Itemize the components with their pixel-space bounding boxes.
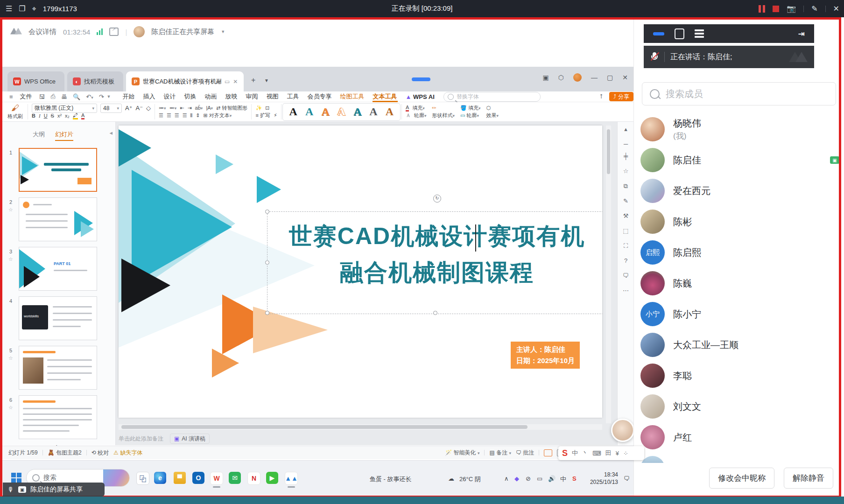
notification-icon[interactable]: 🗨	[624, 475, 630, 482]
menu-transition[interactable]: 切换	[180, 92, 201, 101]
mail-icon[interactable]: ✉	[229, 472, 241, 484]
text-fill-button[interactable]: 填充▾	[412, 105, 425, 112]
shape-outline-button[interactable]: ▭ 轮廓▾	[460, 112, 479, 119]
camera-icon[interactable]: 📷	[787, 4, 796, 13]
font-color-button[interactable]: A	[81, 112, 84, 119]
new-tab-button[interactable]: +	[251, 76, 255, 84]
n-app-icon[interactable]: N	[247, 472, 260, 485]
taskbar-clock[interactable]: 18:34 2025/10/13	[589, 471, 618, 486]
superscript-button[interactable]: x²	[57, 113, 62, 119]
sogou-input-bar[interactable]: S 中丶 ⌨田 ¥⁘	[558, 446, 644, 460]
tab-active-document[interactable]: P 世赛CAD机械设计赛项有机融... ▭ ✕	[126, 71, 244, 91]
wps-icon[interactable]: W	[210, 472, 223, 485]
more-dots-icon[interactable]: ⋯	[618, 287, 634, 294]
preview-icon[interactable]: 🔍	[70, 93, 83, 100]
subscript-button[interactable]: x₂	[65, 113, 70, 119]
theme-button[interactable]: 🧸 包图主题2	[48, 449, 82, 457]
slides-tab[interactable]: 幻灯片	[55, 130, 73, 139]
shrink-font-icon[interactable]: A⁻	[136, 105, 143, 112]
tools-icon[interactable]: ⚒	[618, 212, 634, 219]
stop-icon[interactable]	[773, 6, 779, 12]
collab-icon[interactable]: ▣	[543, 74, 549, 81]
shape-style-button[interactable]: 形状样式▾	[432, 112, 455, 119]
align-left-icon[interactable]: ☰	[159, 112, 163, 119]
member-search-box[interactable]: 搜索成员	[642, 82, 836, 105]
menu-slideshow[interactable]: 放映	[221, 92, 242, 101]
favorite-star-icon[interactable]: ☆	[8, 405, 13, 411]
align-text-button[interactable]: ⊞ 对齐文本▾	[203, 112, 232, 119]
text-outline-icon[interactable]: Ａ	[406, 112, 411, 119]
menu-text-tools[interactable]: 文本工具	[369, 92, 401, 101]
menu-wps-ai[interactable]: ▲ WPS AI	[401, 93, 439, 100]
tab-docer-templates[interactable]: ◐ 找稻壳模板	[67, 71, 123, 91]
tray-sogou-icon[interactable]: S	[572, 475, 577, 482]
speaker-view-icon[interactable]	[675, 28, 684, 39]
justify-icon[interactable]: ☰	[183, 112, 187, 119]
tab-list-chevron[interactable]: ▼	[264, 78, 269, 83]
text-outline-button[interactable]: 轮廓▾	[414, 112, 427, 119]
slide-thumbnail-1[interactable]	[19, 148, 97, 192]
grow-font-icon[interactable]: A⁺	[125, 105, 133, 112]
ai-speech-button[interactable]: ▣ AI 演讲稿	[170, 434, 210, 444]
format-painter-button[interactable]: 🖌 格式刷	[4, 103, 27, 120]
member-row[interactable]: 启熙 陈启熙	[640, 237, 837, 268]
char-case-button[interactable]: ab̄▾	[195, 105, 203, 111]
pause-icon[interactable]	[759, 5, 765, 13]
beautify-button[interactable]: 🪄 智能美化 ▾	[445, 449, 479, 457]
weather-icon[interactable]: ☁	[448, 475, 454, 482]
resize-handle[interactable]	[265, 210, 269, 214]
assistant-avatar[interactable]	[611, 419, 634, 442]
notes-button[interactable]: ▤ 备注 ▾	[489, 449, 511, 457]
save-icon[interactable]: 🖫	[36, 93, 48, 100]
align-center-icon[interactable]: ☰	[167, 112, 171, 119]
favorite-star-icon[interactable]: ☆	[8, 355, 13, 361]
resize-handle[interactable]	[265, 311, 269, 315]
outlook-icon[interactable]: O	[192, 472, 204, 484]
properties-icon[interactable]: ╪	[618, 153, 634, 160]
proof-button[interactable]: ⟲ 校对	[91, 449, 109, 457]
restore-icon[interactable]: ▢	[607, 74, 613, 81]
menu-design[interactable]: 设计	[160, 92, 180, 101]
numbered-list-button[interactable]: ≕▾	[169, 105, 177, 111]
effect-cube-icon[interactable]: ⬡	[486, 105, 491, 111]
rotate-handle[interactable]: ↻	[433, 195, 441, 203]
outdent-button[interactable]: ⇤	[180, 105, 184, 111]
list-view-icon[interactable]	[695, 29, 704, 38]
comments-button[interactable]: 🗨 批注	[516, 449, 534, 457]
favorite-star-icon[interactable]: ☆	[8, 256, 13, 262]
tray-volume-icon[interactable]: 🔊	[548, 475, 556, 482]
member-row[interactable]: 卢红	[640, 422, 837, 453]
italic-button[interactable]: I	[39, 113, 41, 119]
horizontal-scrollbar[interactable]	[119, 424, 602, 430]
slide-title[interactable]: 世赛CAD机械设计赛项有机 融合机械制图课程	[268, 212, 602, 312]
slide-thumbnail-3[interactable]: PART 01	[19, 247, 97, 291]
change-nickname-button[interactable]: 修改会中昵称	[709, 468, 774, 489]
member-row[interactable]: 刘文文	[640, 391, 837, 422]
slide-thumbnail-6[interactable]	[19, 395, 97, 439]
pen-icon[interactable]: ✎	[618, 197, 634, 204]
weather-status[interactable]: 26°C 阴	[459, 475, 481, 483]
menu-insert[interactable]: 插入	[139, 92, 160, 101]
windows-start-button[interactable]	[11, 473, 21, 483]
comment-icon[interactable]: 🗨	[618, 272, 634, 279]
minimize-icon[interactable]: —	[591, 74, 598, 81]
strike-button[interactable]: S	[51, 113, 54, 119]
slide-thumbnail-4[interactable]: worldskills	[19, 296, 97, 340]
expand-write-button[interactable]: ≡ 扩写	[255, 112, 270, 119]
normal-view-icon[interactable]	[544, 449, 552, 456]
edge-icon[interactable]: e	[154, 472, 166, 484]
slide-thumbnail-2[interactable]	[19, 197, 97, 241]
member-row[interactable]: 杨晓伟 (我)	[640, 114, 837, 145]
align-right-icon[interactable]: ☰	[175, 112, 179, 119]
share-icon[interactable]	[109, 28, 119, 36]
line-spacing-icon[interactable]: ⇕	[196, 112, 200, 119]
clothes-icon[interactable]: ⛶	[618, 242, 634, 250]
bullet-list-button[interactable]: ≔▾	[159, 105, 166, 111]
task-view-icon[interactable]: ⿻	[136, 472, 149, 485]
menu-animation[interactable]: 动画	[201, 92, 221, 101]
tray-v-icon[interactable]: ◆	[514, 475, 519, 482]
member-row[interactable]: 大众工业—王顺	[640, 329, 837, 360]
chevron-down-icon[interactable]: ▼	[221, 29, 225, 34]
rewrite-wand-icon[interactable]: ⚡	[274, 112, 277, 119]
highlight-color-button[interactable]: 🖍	[73, 112, 78, 119]
